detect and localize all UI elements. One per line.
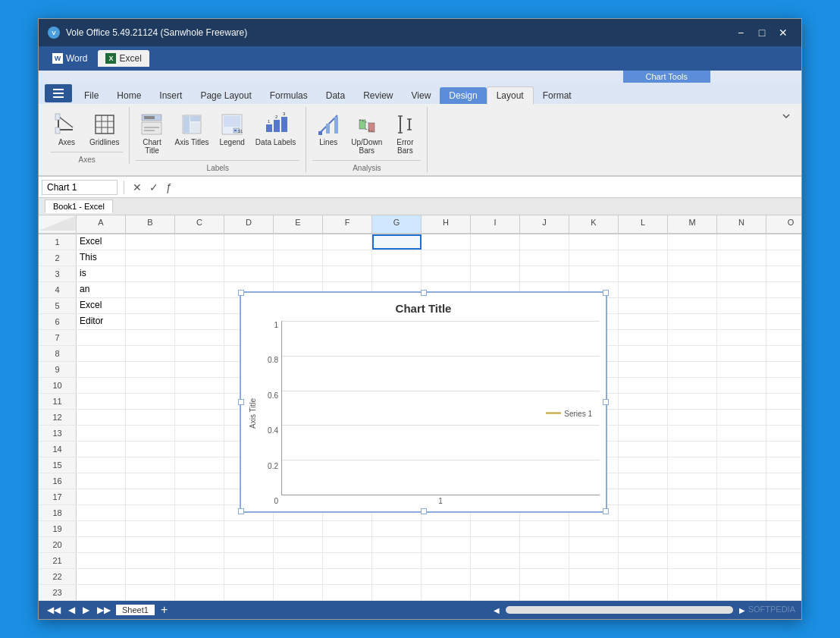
up-down-bars-button[interactable]: Up/DownBars — [347, 110, 386, 157]
cell-16-2[interactable] — [175, 473, 224, 489]
cell-10-13[interactable] — [717, 378, 766, 393]
cell-19-12[interactable] — [668, 521, 717, 536]
chart-handle-tc[interactable] — [421, 290, 427, 296]
ribbon-tab-pagelayout[interactable]: Page Layout — [191, 87, 260, 104]
cell-13-2[interactable] — [175, 426, 224, 441]
cell-9-11[interactable] — [619, 362, 668, 377]
cell-23-3[interactable] — [224, 585, 274, 600]
col-header-b[interactable]: B — [126, 215, 175, 234]
ribbon-tab-review[interactable]: Review — [354, 87, 402, 104]
cell-12-13[interactable] — [717, 410, 766, 425]
confirm-formula-button[interactable]: ✓ — [147, 181, 161, 193]
cell-15-0[interactable] — [77, 457, 126, 473]
cell-7-14[interactable] — [766, 330, 801, 345]
cell-23-9[interactable] — [520, 585, 569, 600]
cell-8-0[interactable] — [77, 346, 126, 361]
cell-23-10[interactable] — [569, 585, 619, 600]
chart-handle-tr[interactable] — [603, 290, 609, 296]
cell-23-1[interactable] — [126, 585, 175, 600]
cell-8-11[interactable] — [619, 346, 668, 361]
chart-handle-ml[interactable] — [238, 399, 244, 405]
col-header-i[interactable]: I — [471, 215, 520, 234]
chart-container[interactable]: Chart Title Axis Title 1 0.8 0.6 0.4 0.2… — [240, 291, 607, 513]
cell-17-11[interactable] — [619, 489, 668, 504]
app-tab-word[interactable]: W Word — [45, 50, 95, 67]
cell-22-0[interactable] — [77, 569, 126, 584]
cell-12-14[interactable] — [766, 410, 801, 425]
col-header-l[interactable]: L — [619, 215, 668, 234]
cell-f1[interactable] — [323, 234, 372, 250]
cell-h1[interactable] — [422, 234, 471, 250]
cell-19-9[interactable] — [520, 521, 569, 536]
cell-8-14[interactable] — [766, 346, 801, 361]
cell-20-0[interactable] — [77, 537, 126, 552]
cell-l1[interactable] — [619, 234, 668, 250]
cell-22-5[interactable] — [323, 569, 372, 584]
cell-a1[interactable]: Excel — [77, 234, 126, 250]
cell-20-6[interactable] — [372, 537, 422, 552]
last-sheet-button[interactable]: ▶▶ — [95, 605, 113, 615]
cell-20-3[interactable] — [224, 537, 274, 552]
cell-18-14[interactable] — [766, 505, 801, 520]
cell-n4[interactable] — [717, 282, 766, 297]
cell-14-0[interactable] — [77, 442, 126, 457]
cell-20-5[interactable] — [323, 537, 372, 552]
cell-a2[interactable]: This — [77, 250, 126, 266]
cell-11-11[interactable] — [619, 394, 668, 409]
cell-10-1[interactable] — [126, 378, 175, 393]
cell-k3[interactable] — [569, 266, 619, 281]
cell-18-0[interactable] — [77, 505, 126, 520]
cell-19-1[interactable] — [126, 521, 175, 536]
cell-11-0[interactable] — [77, 394, 126, 409]
cell-21-9[interactable] — [520, 553, 569, 568]
cell-16-13[interactable] — [717, 473, 766, 489]
cell-g1[interactable] — [372, 234, 422, 250]
name-box[interactable] — [42, 180, 118, 195]
cell-22-13[interactable] — [717, 569, 766, 584]
col-header-j[interactable]: J — [520, 215, 569, 234]
cell-19-5[interactable] — [323, 521, 372, 536]
cell-n1[interactable] — [717, 234, 766, 250]
cell-14-2[interactable] — [175, 442, 224, 457]
cell-19-4[interactable] — [274, 521, 323, 536]
cell-16-1[interactable] — [126, 473, 175, 489]
cell-20-14[interactable] — [766, 537, 801, 552]
lines-button[interactable]: Lines — [312, 110, 344, 149]
cell-20-7[interactable] — [422, 537, 471, 552]
cell-13-1[interactable] — [126, 426, 175, 441]
cell-o6[interactable] — [766, 314, 801, 329]
cell-19-10[interactable] — [569, 521, 619, 536]
cell-20-13[interactable] — [717, 537, 766, 552]
cell-10-0[interactable] — [77, 378, 126, 393]
cell-11-12[interactable] — [668, 394, 717, 409]
cell-20-9[interactable] — [520, 537, 569, 552]
cell-21-0[interactable] — [77, 553, 126, 568]
col-header-k[interactable]: K — [569, 215, 619, 234]
cell-14-12[interactable] — [668, 442, 717, 457]
cell-k2[interactable] — [569, 250, 619, 266]
cell-c1[interactable] — [175, 234, 224, 250]
cell-19-3[interactable] — [224, 521, 274, 536]
ribbon-tab-data[interactable]: Data — [317, 87, 354, 104]
cell-13-14[interactable] — [766, 426, 801, 441]
chart-handle-br[interactable] — [603, 508, 609, 514]
cell-23-11[interactable] — [619, 585, 668, 600]
cell-23-13[interactable] — [717, 585, 766, 600]
chart-handle-mr[interactable] — [603, 399, 609, 405]
cell-8-1[interactable] — [126, 346, 175, 361]
cell-14-13[interactable] — [717, 442, 766, 457]
ribbon-tab-insert[interactable]: Insert — [150, 87, 191, 104]
file-menu-icon[interactable] — [45, 84, 72, 102]
cell-20-8[interactable] — [471, 537, 520, 552]
cell-23-5[interactable] — [323, 585, 372, 600]
cell-o2[interactable] — [766, 250, 801, 266]
cell-15-11[interactable] — [619, 457, 668, 473]
ribbon-tab-view[interactable]: View — [403, 87, 440, 104]
cell-18-2[interactable] — [175, 505, 224, 520]
cell-10-2[interactable] — [175, 378, 224, 393]
cell-22-9[interactable] — [520, 569, 569, 584]
cell-7-12[interactable] — [668, 330, 717, 345]
cell-13-0[interactable] — [77, 426, 126, 441]
app-tab-excel[interactable]: X Excel — [98, 50, 149, 67]
cell-19-6[interactable] — [372, 521, 422, 536]
